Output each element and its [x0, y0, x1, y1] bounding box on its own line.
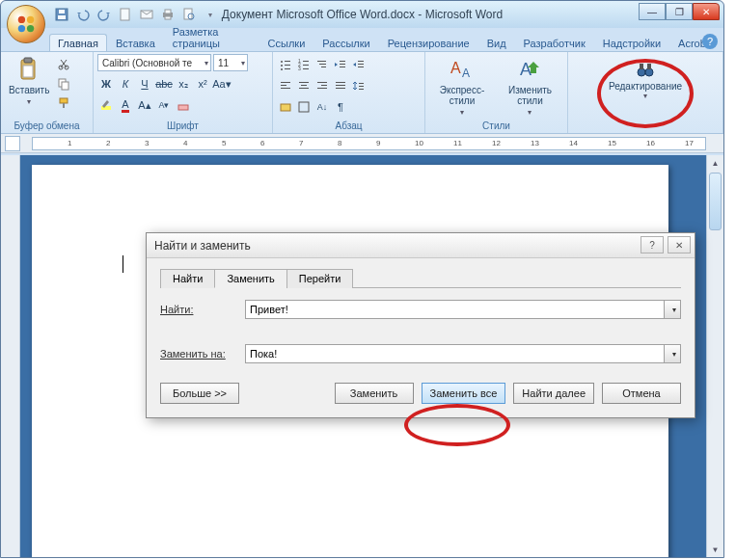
replace-button[interactable]: Заменить [335, 383, 414, 404]
help-icon[interactable]: ? [702, 34, 718, 49]
tab-review[interactable]: Рецензирование [379, 34, 478, 51]
tab-references[interactable]: Ссылки [259, 34, 314, 51]
shrink-font-icon[interactable]: A▾ [155, 96, 173, 114]
save-icon[interactable] [53, 6, 70, 23]
maximize-button[interactable]: ❐ [666, 3, 693, 20]
editing-button[interactable]: Редактирование ▾ [601, 54, 690, 100]
cut-icon[interactable] [55, 56, 72, 73]
tab-addins[interactable]: Надстройки [594, 34, 669, 51]
more-button[interactable]: Больше >> [160, 383, 239, 404]
dialog-tab-replace[interactable]: Заменить [214, 269, 286, 288]
group-paragraph-label: Абзац [277, 120, 421, 133]
undo-icon[interactable] [74, 6, 92, 23]
chevron-down-icon[interactable]: ▾ [672, 350, 676, 359]
paste-button[interactable]: Вставить ▾ [5, 54, 53, 108]
underline-icon[interactable]: Ч [136, 75, 153, 93]
horizontal-ruler[interactable]: 1 2 3 4 5 6 7 8 9 10 11 12 13 14 15 16 1… [32, 137, 706, 150]
align-center-icon[interactable] [295, 77, 313, 94]
scroll-thumb[interactable] [709, 173, 722, 230]
tab-layout[interactable]: Разметка страницы [164, 22, 259, 51]
dialog-help-button[interactable]: ? [641, 236, 664, 253]
decrease-indent-icon[interactable] [332, 56, 349, 73]
office-button[interactable] [7, 5, 45, 43]
replace-input[interactable]: Пока!▾ [245, 344, 681, 363]
show-marks-icon[interactable]: ¶ [332, 98, 349, 116]
font-name-combo[interactable]: Calibri (Основной те [97, 54, 211, 71]
align-left-icon[interactable] [277, 77, 294, 94]
preview-icon[interactable] [180, 6, 198, 23]
close-button[interactable]: ✕ [693, 3, 720, 20]
strike-icon[interactable]: abc [155, 75, 173, 93]
dialog-title-bar[interactable]: Найти и заменить ? ✕ [147, 233, 695, 258]
find-next-button[interactable]: Найти далее [513, 383, 594, 404]
change-case-icon[interactable]: Aa▾ [213, 75, 231, 93]
ribbon: Вставить ▾ Буфер обмена Calibri (Основно… [1, 51, 723, 134]
multilevel-icon[interactable] [313, 56, 331, 73]
line-spacing-icon[interactable] [350, 77, 368, 94]
increase-indent-icon[interactable] [350, 56, 368, 73]
tab-selector[interactable] [5, 136, 20, 151]
scroll-down-icon[interactable]: ▼ [707, 542, 723, 557]
tab-view[interactable]: Вид [478, 34, 515, 51]
justify-icon[interactable] [332, 77, 349, 94]
shading-icon[interactable] [277, 98, 294, 116]
svg-point-0 [18, 16, 25, 23]
find-input[interactable]: Привет!▾ [245, 300, 681, 319]
highlight-icon[interactable] [97, 96, 115, 114]
text-cursor [123, 255, 123, 273]
quick-styles-button[interactable]: AA Экспресс-стили ▾ [429, 54, 495, 119]
new-icon[interactable] [117, 6, 134, 23]
vertical-ruler[interactable] [1, 155, 20, 557]
align-right-icon[interactable] [313, 77, 331, 94]
clear-format-icon[interactable] [175, 96, 192, 114]
window-title: Документ Microsoft Office Word.docx - Mi… [222, 8, 503, 21]
minimize-button[interactable]: — [639, 3, 666, 20]
print-icon[interactable] [159, 6, 177, 23]
svg-rect-47 [281, 85, 286, 86]
font-size-combo[interactable]: 11 [213, 54, 248, 71]
qat-dropdown-icon[interactable]: ▾ [202, 6, 219, 23]
copy-icon[interactable] [55, 75, 72, 93]
dialog-close-button[interactable]: ✕ [668, 236, 691, 253]
vertical-scrollbar[interactable]: ▲ ▼ [706, 155, 723, 557]
svg-rect-24 [178, 105, 188, 110]
grow-font-icon[interactable]: A▴ [136, 96, 153, 114]
svg-rect-52 [317, 82, 327, 83]
svg-rect-7 [121, 9, 129, 20]
tab-home[interactable]: Главная [49, 34, 107, 51]
tab-mailings[interactable]: Рассылки [313, 34, 378, 51]
scroll-up-icon[interactable]: ▲ [707, 155, 723, 171]
svg-rect-51 [299, 88, 309, 89]
change-styles-button[interactable]: A Изменить стили ▾ [497, 54, 563, 119]
svg-point-66 [638, 68, 645, 76]
redo-icon[interactable] [95, 6, 113, 23]
bullets-icon[interactable] [277, 56, 294, 73]
cancel-button[interactable]: Отмена [602, 383, 681, 404]
sort-icon[interactable]: А↓ [313, 98, 331, 116]
tab-insert[interactable]: Вставка [107, 34, 164, 51]
subscript-icon[interactable]: x₂ [175, 75, 192, 93]
svg-rect-45 [358, 67, 364, 67]
svg-rect-40 [340, 61, 345, 62]
chevron-down-icon[interactable]: ▾ [672, 306, 676, 314]
tab-developer[interactable]: Разработчик [515, 34, 594, 51]
bold-icon[interactable]: Ж [97, 75, 115, 93]
svg-rect-30 [285, 68, 290, 69]
format-painter-icon[interactable] [55, 94, 72, 112]
svg-rect-5 [58, 15, 66, 19]
svg-rect-10 [165, 10, 171, 13]
borders-icon[interactable] [295, 98, 313, 116]
superscript-icon[interactable]: x² [194, 75, 211, 93]
svg-text:3: 3 [298, 66, 301, 71]
dialog-tab-find[interactable]: Найти [160, 269, 215, 288]
replace-all-button[interactable]: Заменить все [422, 383, 506, 404]
email-icon[interactable] [138, 6, 155, 23]
group-clipboard-label: Буфер обмена [5, 120, 89, 133]
numbering-icon[interactable]: 123 [295, 56, 313, 73]
dialog-title: Найти и заменить [154, 239, 251, 253]
chevron-down-icon: ▾ [643, 92, 647, 100]
dialog-tab-goto[interactable]: Перейти [286, 269, 354, 288]
svg-rect-48 [281, 88, 290, 89]
font-color-icon[interactable]: A [117, 96, 134, 114]
italic-icon[interactable]: К [117, 75, 134, 93]
